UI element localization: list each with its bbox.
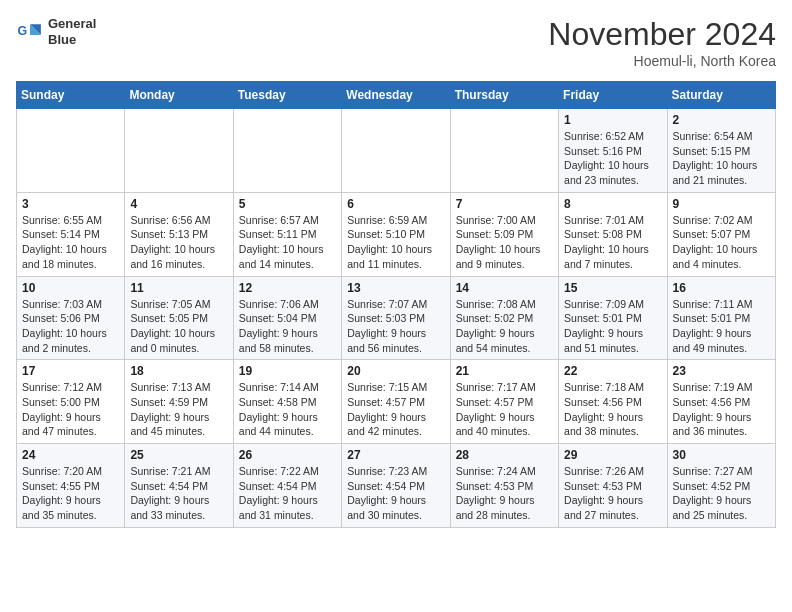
calendar-cell: 14Sunrise: 7:08 AM Sunset: 5:02 PM Dayli… (450, 276, 558, 360)
calendar-cell: 1Sunrise: 6:52 AM Sunset: 5:16 PM Daylig… (559, 109, 667, 193)
day-info: Sunrise: 6:57 AM Sunset: 5:11 PM Dayligh… (239, 213, 336, 272)
calendar-cell: 30Sunrise: 7:27 AM Sunset: 4:52 PM Dayli… (667, 444, 775, 528)
calendar-header: SundayMondayTuesdayWednesdayThursdayFrid… (17, 82, 776, 109)
weekday-header-saturday: Saturday (667, 82, 775, 109)
day-info: Sunrise: 6:59 AM Sunset: 5:10 PM Dayligh… (347, 213, 444, 272)
weekday-header-row: SundayMondayTuesdayWednesdayThursdayFrid… (17, 82, 776, 109)
calendar-cell: 9Sunrise: 7:02 AM Sunset: 5:07 PM Daylig… (667, 192, 775, 276)
day-number: 16 (673, 281, 770, 295)
calendar-week-0: 1Sunrise: 6:52 AM Sunset: 5:16 PM Daylig… (17, 109, 776, 193)
calendar-week-4: 24Sunrise: 7:20 AM Sunset: 4:55 PM Dayli… (17, 444, 776, 528)
day-number: 17 (22, 364, 119, 378)
weekday-header-sunday: Sunday (17, 82, 125, 109)
calendar-cell: 8Sunrise: 7:01 AM Sunset: 5:08 PM Daylig… (559, 192, 667, 276)
day-info: Sunrise: 6:56 AM Sunset: 5:13 PM Dayligh… (130, 213, 227, 272)
weekday-header-monday: Monday (125, 82, 233, 109)
day-number: 7 (456, 197, 553, 211)
day-info: Sunrise: 7:03 AM Sunset: 5:06 PM Dayligh… (22, 297, 119, 356)
day-number: 10 (22, 281, 119, 295)
calendar-cell: 13Sunrise: 7:07 AM Sunset: 5:03 PM Dayli… (342, 276, 450, 360)
day-info: Sunrise: 7:09 AM Sunset: 5:01 PM Dayligh… (564, 297, 661, 356)
day-info: Sunrise: 6:52 AM Sunset: 5:16 PM Dayligh… (564, 129, 661, 188)
day-info: Sunrise: 7:05 AM Sunset: 5:05 PM Dayligh… (130, 297, 227, 356)
calendar-cell (233, 109, 341, 193)
day-number: 15 (564, 281, 661, 295)
calendar-cell (125, 109, 233, 193)
calendar-cell: 3Sunrise: 6:55 AM Sunset: 5:14 PM Daylig… (17, 192, 125, 276)
page-header: G General Blue November 2024 Hoemul-li, … (16, 16, 776, 69)
day-number: 3 (22, 197, 119, 211)
day-number: 6 (347, 197, 444, 211)
day-number: 21 (456, 364, 553, 378)
calendar-cell: 10Sunrise: 7:03 AM Sunset: 5:06 PM Dayli… (17, 276, 125, 360)
logo-text: General Blue (48, 16, 96, 47)
calendar-cell: 26Sunrise: 7:22 AM Sunset: 4:54 PM Dayli… (233, 444, 341, 528)
day-info: Sunrise: 7:23 AM Sunset: 4:54 PM Dayligh… (347, 464, 444, 523)
calendar-cell: 16Sunrise: 7:11 AM Sunset: 5:01 PM Dayli… (667, 276, 775, 360)
logo-icon: G (16, 18, 44, 46)
day-number: 23 (673, 364, 770, 378)
day-number: 20 (347, 364, 444, 378)
calendar-cell: 7Sunrise: 7:00 AM Sunset: 5:09 PM Daylig… (450, 192, 558, 276)
day-number: 28 (456, 448, 553, 462)
day-info: Sunrise: 7:13 AM Sunset: 4:59 PM Dayligh… (130, 380, 227, 439)
weekday-header-thursday: Thursday (450, 82, 558, 109)
calendar-cell: 25Sunrise: 7:21 AM Sunset: 4:54 PM Dayli… (125, 444, 233, 528)
day-info: Sunrise: 6:54 AM Sunset: 5:15 PM Dayligh… (673, 129, 770, 188)
calendar-cell: 19Sunrise: 7:14 AM Sunset: 4:58 PM Dayli… (233, 360, 341, 444)
day-info: Sunrise: 7:08 AM Sunset: 5:02 PM Dayligh… (456, 297, 553, 356)
day-info: Sunrise: 6:55 AM Sunset: 5:14 PM Dayligh… (22, 213, 119, 272)
calendar-cell: 27Sunrise: 7:23 AM Sunset: 4:54 PM Dayli… (342, 444, 450, 528)
day-number: 19 (239, 364, 336, 378)
calendar-cell: 4Sunrise: 6:56 AM Sunset: 5:13 PM Daylig… (125, 192, 233, 276)
calendar-table: SundayMondayTuesdayWednesdayThursdayFrid… (16, 81, 776, 528)
day-number: 8 (564, 197, 661, 211)
day-info: Sunrise: 7:14 AM Sunset: 4:58 PM Dayligh… (239, 380, 336, 439)
day-info: Sunrise: 7:21 AM Sunset: 4:54 PM Dayligh… (130, 464, 227, 523)
calendar-cell: 22Sunrise: 7:18 AM Sunset: 4:56 PM Dayli… (559, 360, 667, 444)
day-info: Sunrise: 7:27 AM Sunset: 4:52 PM Dayligh… (673, 464, 770, 523)
calendar-week-2: 10Sunrise: 7:03 AM Sunset: 5:06 PM Dayli… (17, 276, 776, 360)
calendar-cell (342, 109, 450, 193)
month-title: November 2024 (548, 16, 776, 53)
day-info: Sunrise: 7:20 AM Sunset: 4:55 PM Dayligh… (22, 464, 119, 523)
day-info: Sunrise: 7:22 AM Sunset: 4:54 PM Dayligh… (239, 464, 336, 523)
calendar-cell: 29Sunrise: 7:26 AM Sunset: 4:53 PM Dayli… (559, 444, 667, 528)
day-number: 12 (239, 281, 336, 295)
calendar-cell (450, 109, 558, 193)
calendar-week-1: 3Sunrise: 6:55 AM Sunset: 5:14 PM Daylig… (17, 192, 776, 276)
day-info: Sunrise: 7:02 AM Sunset: 5:07 PM Dayligh… (673, 213, 770, 272)
calendar-cell: 5Sunrise: 6:57 AM Sunset: 5:11 PM Daylig… (233, 192, 341, 276)
day-info: Sunrise: 7:07 AM Sunset: 5:03 PM Dayligh… (347, 297, 444, 356)
calendar-cell: 6Sunrise: 6:59 AM Sunset: 5:10 PM Daylig… (342, 192, 450, 276)
calendar-cell: 2Sunrise: 6:54 AM Sunset: 5:15 PM Daylig… (667, 109, 775, 193)
day-info: Sunrise: 7:00 AM Sunset: 5:09 PM Dayligh… (456, 213, 553, 272)
calendar-cell: 21Sunrise: 7:17 AM Sunset: 4:57 PM Dayli… (450, 360, 558, 444)
day-number: 2 (673, 113, 770, 127)
day-number: 18 (130, 364, 227, 378)
svg-text:G: G (18, 24, 28, 38)
day-number: 25 (130, 448, 227, 462)
weekday-header-tuesday: Tuesday (233, 82, 341, 109)
day-number: 22 (564, 364, 661, 378)
day-info: Sunrise: 7:01 AM Sunset: 5:08 PM Dayligh… (564, 213, 661, 272)
day-info: Sunrise: 7:19 AM Sunset: 4:56 PM Dayligh… (673, 380, 770, 439)
calendar-cell: 15Sunrise: 7:09 AM Sunset: 5:01 PM Dayli… (559, 276, 667, 360)
calendar-cell: 17Sunrise: 7:12 AM Sunset: 5:00 PM Dayli… (17, 360, 125, 444)
weekday-header-wednesday: Wednesday (342, 82, 450, 109)
day-number: 29 (564, 448, 661, 462)
day-number: 27 (347, 448, 444, 462)
day-info: Sunrise: 7:24 AM Sunset: 4:53 PM Dayligh… (456, 464, 553, 523)
day-info: Sunrise: 7:12 AM Sunset: 5:00 PM Dayligh… (22, 380, 119, 439)
calendar-cell: 23Sunrise: 7:19 AM Sunset: 4:56 PM Dayli… (667, 360, 775, 444)
day-info: Sunrise: 7:11 AM Sunset: 5:01 PM Dayligh… (673, 297, 770, 356)
day-number: 30 (673, 448, 770, 462)
day-number: 13 (347, 281, 444, 295)
calendar-week-3: 17Sunrise: 7:12 AM Sunset: 5:00 PM Dayli… (17, 360, 776, 444)
calendar-cell: 28Sunrise: 7:24 AM Sunset: 4:53 PM Dayli… (450, 444, 558, 528)
day-number: 14 (456, 281, 553, 295)
calendar-cell: 12Sunrise: 7:06 AM Sunset: 5:04 PM Dayli… (233, 276, 341, 360)
logo: G General Blue (16, 16, 96, 47)
day-number: 24 (22, 448, 119, 462)
calendar-cell: 20Sunrise: 7:15 AM Sunset: 4:57 PM Dayli… (342, 360, 450, 444)
